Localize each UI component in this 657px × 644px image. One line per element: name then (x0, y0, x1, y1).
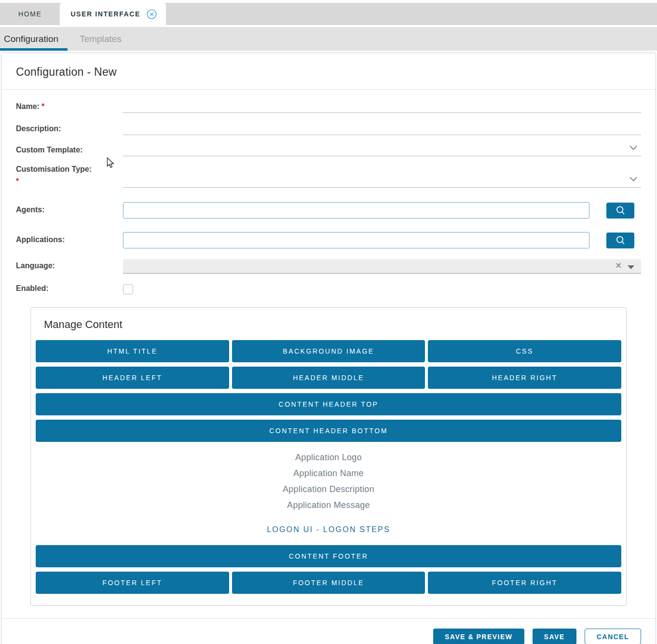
page-title: Configuration - New (16, 66, 641, 79)
customisation-type-required-marker: * (16, 176, 123, 186)
content-footer-button[interactable]: CONTENT FOOTER (36, 545, 621, 567)
header-right-button[interactable]: HEADER RIGHT (428, 367, 621, 389)
custom-template-input[interactable] (123, 144, 641, 156)
chevron-down-icon[interactable] (630, 143, 637, 152)
subtab-bar: Configuration Templates (0, 27, 657, 51)
name-row: Name:* (16, 100, 641, 113)
background-image-button[interactable]: BACKGROUND IMAGE (232, 340, 425, 362)
application-description-link[interactable]: Application Description (36, 481, 621, 497)
tab-home[interactable]: HOME (0, 3, 52, 25)
custom-template-row: Custom Template: (16, 144, 641, 156)
language-row: Language: ✕ (16, 259, 641, 274)
save-and-preview-button[interactable]: SAVE & PREVIEW (433, 629, 524, 644)
applications-label: Applications: (16, 234, 123, 246)
name-label: Name:* (16, 101, 123, 113)
agents-input[interactable] (123, 202, 589, 219)
name-input[interactable] (123, 100, 641, 113)
name-required-marker: * (41, 102, 44, 110)
language-select[interactable]: ✕ (123, 259, 641, 274)
configuration-panel: Configuration - New Name:* Description: … (1, 53, 656, 644)
application-name-link[interactable]: Application Name (36, 466, 621, 481)
css-button[interactable]: CSS (428, 340, 621, 362)
agents-search-button[interactable] (606, 203, 634, 219)
application-logo-link[interactable]: Application Logo (36, 450, 621, 466)
application-links: Application Logo Application Name Applic… (36, 450, 621, 513)
footer-buttons-grid: CONTENT FOOTER FOOTER LEFT FOOTER MIDDLE… (36, 545, 621, 594)
enabled-checkbox[interactable] (123, 284, 133, 294)
search-icon (616, 235, 626, 246)
header-left-button[interactable]: HEADER LEFT (36, 367, 229, 389)
tab-user-interface[interactable]: USER INTERFACE (60, 3, 166, 25)
logon-ui-logon-steps-link[interactable]: LOGON UI - LOGON STEPS (36, 525, 621, 534)
manage-content-title: Manage Content (44, 318, 621, 331)
search-icon (616, 206, 626, 216)
footer-right-button[interactable]: FOOTER RIGHT (428, 572, 621, 594)
name-label-text: Name: (16, 102, 40, 110)
subtab-templates[interactable]: Templates (80, 34, 122, 44)
manage-content-grid: HTML TITLE BACKGROUND IMAGE CSS HEADER L… (36, 340, 621, 442)
content-header-bottom-button[interactable]: CONTENT HEADER BOTTOM (36, 420, 621, 442)
customisation-type-label-text: Customisation Type: (16, 165, 92, 173)
subtab-configuration[interactable]: Configuration (4, 34, 58, 44)
content-header-top-button[interactable]: CONTENT HEADER TOP (36, 393, 621, 415)
enabled-label: Enabled: (16, 283, 123, 295)
cancel-button[interactable]: CANCEL (585, 629, 641, 644)
applications-field (123, 232, 641, 248)
header-middle-button[interactable]: HEADER MIDDLE (232, 367, 425, 389)
manage-content-section: Manage Content HTML TITLE BACKGROUND IMA… (30, 307, 627, 606)
tab-user-interface-label: USER INTERFACE (70, 10, 140, 18)
customisation-type-input[interactable] (123, 175, 641, 188)
clear-icon[interactable]: ✕ (616, 261, 622, 270)
custom-template-label: Custom Template: (16, 145, 123, 156)
save-button[interactable]: SAVE (533, 629, 576, 644)
applications-row: Applications: (16, 232, 641, 248)
customisation-type-select[interactable] (123, 175, 641, 188)
language-label: Language: (16, 260, 123, 272)
agents-row: Agents: (16, 202, 641, 219)
description-input[interactable] (123, 123, 641, 135)
chevron-down-icon[interactable] (630, 175, 637, 183)
enabled-row: Enabled: (16, 283, 641, 295)
agents-label: Agents: (16, 205, 123, 216)
active-subtab-underline (0, 48, 68, 51)
footer-left-button[interactable]: FOOTER LEFT (36, 572, 229, 594)
customisation-type-row: Customisation Type:* (16, 164, 641, 188)
footer-middle-button[interactable]: FOOTER MIDDLE (232, 572, 425, 594)
custom-template-select[interactable] (123, 144, 641, 156)
description-row: Description: (16, 123, 641, 135)
panel-footer: SAVE & PREVIEW SAVE CANCEL (1, 618, 656, 644)
panel-header: Configuration - New (1, 53, 656, 90)
customisation-type-label: Customisation Type:* (16, 164, 123, 188)
configuration-form: Name:* Description: Custom Template: Cus… (1, 100, 656, 606)
close-tab-icon[interactable] (147, 9, 157, 19)
description-label: Description: (16, 123, 123, 135)
applications-search-button[interactable] (606, 233, 634, 248)
applications-input[interactable] (123, 232, 589, 248)
caret-down-icon[interactable] (628, 265, 634, 269)
html-title-button[interactable]: HTML TITLE (36, 340, 229, 362)
application-message-link[interactable]: Application Message (36, 497, 621, 513)
agents-field (123, 202, 641, 219)
main-tab-bar: HOME USER INTERFACE (0, 3, 657, 25)
